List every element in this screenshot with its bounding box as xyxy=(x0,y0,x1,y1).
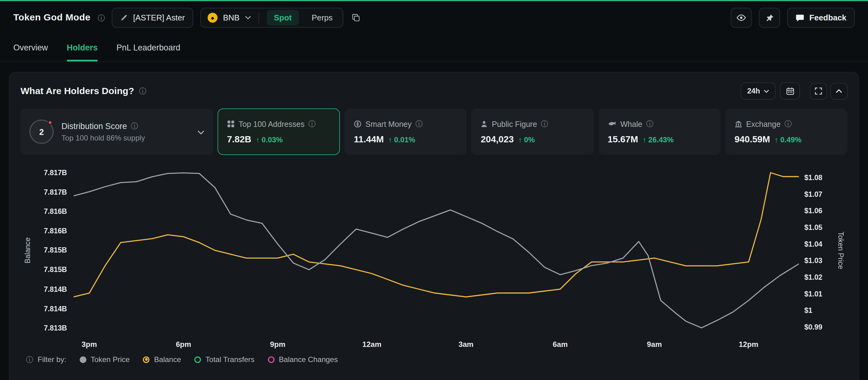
holder-stat-cards: 2 Distribution Score Top 100 hold 86% su… xyxy=(21,108,847,155)
info-icon[interactable] xyxy=(308,120,315,127)
coin-icon xyxy=(354,120,362,127)
info-icon[interactable] xyxy=(131,122,138,129)
distribution-score-value: 2 xyxy=(39,127,44,136)
copy-icon[interactable] xyxy=(351,13,360,22)
panel-title: What Are Holders Doing? xyxy=(21,86,134,97)
filter-token-price[interactable]: Token Price xyxy=(80,355,130,363)
info-icon[interactable] xyxy=(139,88,146,95)
legend-label: Balance xyxy=(154,355,181,363)
info-icon[interactable] xyxy=(541,120,548,127)
legend-label: Balance Changes xyxy=(279,355,338,363)
info-icon[interactable] xyxy=(415,120,423,127)
chevron-down-icon[interactable] xyxy=(245,16,251,20)
axis-tick: 7.817B xyxy=(44,169,67,177)
axis-tick: 7.816B xyxy=(44,227,67,235)
bnb-coin-icon xyxy=(208,13,217,23)
stat-value: 7.82B xyxy=(227,134,251,144)
x-axis: 3pm6pm9pm12am3am6am9am12pm xyxy=(74,336,799,351)
stat-card-public-figure[interactable]: Public Figure 204,023 0% xyxy=(471,108,594,155)
y-axis-left: 7.817B7.817B7.816B7.816B7.815B7.815B7.81… xyxy=(34,164,74,336)
filter-balance-changes[interactable]: Balance Changes xyxy=(268,355,338,363)
legend-dot xyxy=(143,356,150,363)
pin-button[interactable] xyxy=(759,8,780,28)
feedback-button[interactable]: Feedback xyxy=(787,8,855,28)
alert-dot xyxy=(48,120,53,125)
axis-tick: $1.08 xyxy=(804,173,822,182)
distribution-score-card[interactable]: 2 Distribution Score Top 100 hold 86% su… xyxy=(21,108,213,155)
tab-overview[interactable]: Overview xyxy=(13,33,48,61)
stat-card-smart-money[interactable]: Smart Money 11.44M 0.01% xyxy=(344,108,467,155)
info-icon[interactable] xyxy=(98,14,105,21)
info-icon[interactable] xyxy=(784,120,792,127)
axis-tick: $1.04 xyxy=(804,240,822,248)
stat-card-top-100-addresses[interactable]: Top 100 Addresses 7.82B 0.03% xyxy=(218,108,340,155)
filter-total-transfers[interactable]: Total Transfers xyxy=(194,355,254,363)
stat-card-whale[interactable]: Whale 15.67M 26.43% xyxy=(598,108,721,155)
stat-value: 11.44M xyxy=(354,134,384,144)
legend-dot-inner xyxy=(145,358,148,361)
x-axis-tick: 6am xyxy=(553,340,568,349)
distribution-score-title: Distribution Score xyxy=(61,121,127,131)
stat-change: 26.43% xyxy=(643,135,674,144)
axis-tick: 7.816B xyxy=(44,207,67,216)
stat-card-exchange[interactable]: Exchange 940.59M 0.49% xyxy=(725,108,847,155)
axis-tick: $1.07 xyxy=(804,190,822,198)
stat-change: 0% xyxy=(518,135,535,144)
watch-button[interactable] xyxy=(731,8,752,28)
page-title: Token God Mode xyxy=(13,12,90,23)
calendar-button[interactable] xyxy=(780,82,800,99)
axis-tick: $1 xyxy=(804,306,812,315)
expand-button[interactable] xyxy=(810,83,827,99)
chevron-down-icon xyxy=(764,89,769,93)
legend-dot xyxy=(194,356,201,363)
expand-icon xyxy=(815,88,822,95)
token-selector[interactable]: [ASTER] Aster xyxy=(112,8,193,28)
stat-change: 0.01% xyxy=(388,135,415,144)
x-axis-tick: 3pm xyxy=(82,340,97,349)
distribution-score-subtitle: Top 100 hold 86% supply xyxy=(61,134,145,142)
legend-dot xyxy=(80,356,86,363)
pin-icon xyxy=(765,13,774,22)
pencil-icon xyxy=(120,14,128,22)
grid-icon xyxy=(227,120,235,127)
filter-items: Token PriceBalanceTotal TransfersBalance… xyxy=(80,355,338,363)
collapse-button[interactable] xyxy=(830,83,847,99)
series-token-price xyxy=(74,173,799,328)
tab-perps[interactable]: Perps xyxy=(304,10,340,25)
filter-legend: Filter by: Token PriceBalanceTotal Trans… xyxy=(21,355,847,363)
legend-label: Token Price xyxy=(91,355,130,363)
tab-pnl-leaderboard[interactable]: PnL Leaderboard xyxy=(116,33,180,61)
stat-label: Exchange xyxy=(746,119,780,128)
top-accent-line xyxy=(0,0,868,1)
chart-canvas[interactable] xyxy=(74,164,799,336)
plot-area[interactable]: 3pm6pm9pm12am3am6am9am12pm xyxy=(74,164,799,351)
axis-tick: $1.01 xyxy=(804,290,822,298)
filter-balance[interactable]: Balance xyxy=(143,355,181,363)
chain-label[interactable]: BNB xyxy=(223,13,240,22)
distribution-score-text: Distribution Score Top 100 hold 86% supp… xyxy=(61,121,145,142)
legend-dot xyxy=(268,356,274,363)
calendar-icon xyxy=(786,87,794,95)
tab-holders[interactable]: Holders xyxy=(67,33,98,61)
timeframe-dropdown[interactable]: 24h xyxy=(741,82,775,99)
x-axis-tick: 3am xyxy=(459,340,473,349)
person-icon xyxy=(481,120,488,127)
stat-change: 0.49% xyxy=(775,135,801,144)
info-icon[interactable] xyxy=(26,356,33,363)
chevron-up-icon xyxy=(836,89,842,93)
x-axis-tick: 9am xyxy=(647,340,662,349)
info-icon[interactable] xyxy=(646,120,653,127)
holders-chart: Balance 7.817B7.817B7.816B7.816B7.815B7.… xyxy=(21,164,847,363)
stat-change: 0.03% xyxy=(256,135,283,144)
axis-tick: 7.817B xyxy=(44,188,67,196)
filter-label-group: Filter by: xyxy=(26,355,66,363)
stat-value: 940.59M xyxy=(735,134,770,144)
chat-bubble-icon xyxy=(796,13,805,22)
tab-spot[interactable]: Spot xyxy=(267,10,299,25)
x-axis-tick: 12pm xyxy=(739,340,758,349)
chevron-down-icon[interactable] xyxy=(197,127,204,137)
whale-icon xyxy=(608,120,617,127)
stat-label: Smart Money xyxy=(366,119,412,128)
axis-tick: $1.02 xyxy=(804,273,822,281)
timeframe-label: 24h xyxy=(747,87,760,95)
